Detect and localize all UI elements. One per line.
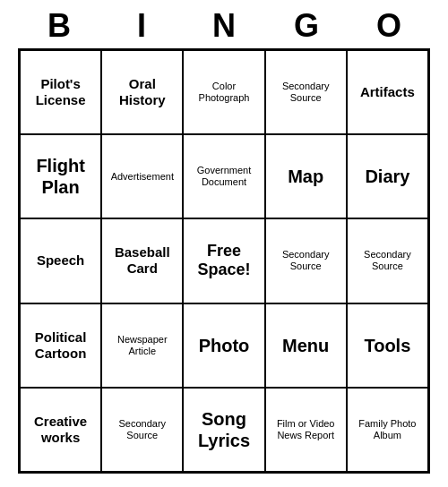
- bingo-cell[interactable]: Flight Plan: [20, 134, 101, 218]
- bingo-cell[interactable]: Pilot's License: [20, 50, 101, 134]
- bingo-cell[interactable]: Speech: [20, 218, 101, 303]
- letter-g: G: [271, 7, 342, 45]
- bingo-cell[interactable]: Government Document: [183, 134, 264, 218]
- letter-b: B: [23, 7, 95, 45]
- bingo-cell[interactable]: Free Space!: [183, 218, 264, 303]
- bingo-cell[interactable]: Political Cartoon: [20, 303, 101, 388]
- bingo-cell[interactable]: Secondary Source: [347, 218, 428, 303]
- bingo-cell[interactable]: Film or Video News Report: [265, 388, 347, 472]
- bingo-cell[interactable]: Artifacts: [347, 50, 428, 134]
- bingo-cell[interactable]: Baseball Card: [101, 218, 183, 303]
- bingo-cell[interactable]: Photo: [183, 303, 264, 388]
- bingo-cell[interactable]: Tools: [347, 303, 428, 388]
- bingo-cell[interactable]: Secondary Source: [265, 218, 347, 303]
- letter-o: O: [353, 7, 425, 45]
- bingo-cell[interactable]: Menu: [265, 303, 347, 388]
- letter-n: N: [188, 7, 260, 45]
- bingo-cell[interactable]: Secondary Source: [101, 388, 183, 472]
- bingo-grid: Pilot's LicenseOral HistoryColor Photogr…: [18, 48, 430, 474]
- bingo-cell[interactable]: Secondary Source: [265, 50, 347, 134]
- bingo-cell[interactable]: Newspaper Article: [101, 303, 183, 388]
- bingo-cell[interactable]: Family Photo Album: [347, 388, 428, 472]
- bingo-title: B I N G O: [18, 0, 430, 48]
- bingo-cell[interactable]: Creative works: [20, 388, 101, 472]
- letter-i: I: [106, 7, 177, 45]
- bingo-cell[interactable]: Color Photograph: [183, 50, 264, 134]
- bingo-cell[interactable]: Map: [265, 134, 347, 218]
- bingo-cell[interactable]: Oral History: [101, 50, 183, 134]
- bingo-cell[interactable]: Song Lyrics: [183, 388, 264, 472]
- bingo-cell[interactable]: Diary: [347, 134, 428, 218]
- bingo-cell[interactable]: Advertisement: [101, 134, 183, 218]
